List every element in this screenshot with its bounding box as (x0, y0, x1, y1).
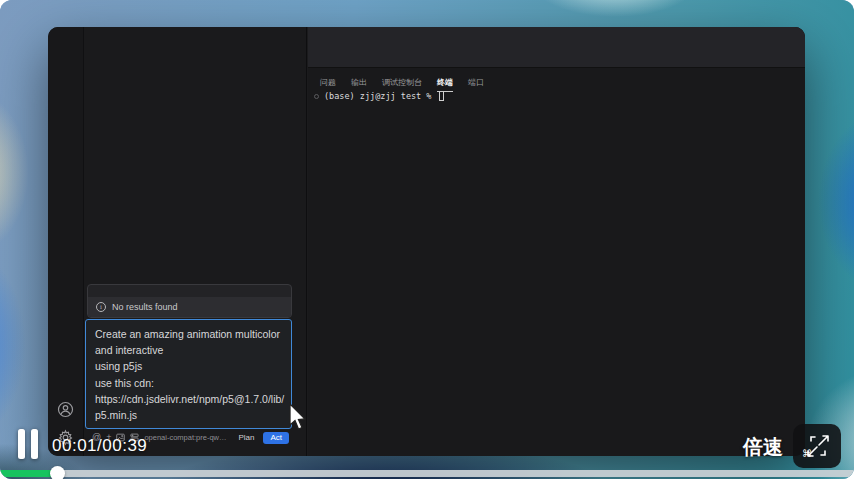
chat-input-line: Create an amazing animation multicolor (95, 326, 282, 342)
pause-button[interactable] (18, 429, 40, 459)
progress-bar[interactable] (0, 470, 854, 477)
editor-area (308, 27, 805, 68)
chat-input-line: https://cdn.jsdelivr.net/npm/p5@1.7.0/li… (95, 391, 282, 407)
activity-bar (48, 27, 84, 456)
editor-and-panel-region: 问题 输出 调试控制台 终端 端口 (base) zjj@zjj test % (308, 27, 805, 456)
tab-ports[interactable]: 端口 (468, 77, 484, 92)
panel-tab-bar: 问题 输出 调试控制台 终端 端口 (320, 77, 484, 92)
model-selector[interactable]: openai-compat:pre-qwen-next-coder-... (144, 433, 229, 442)
playback-speed-button[interactable]: 倍速 (743, 434, 783, 461)
account-icon[interactable] (57, 401, 74, 418)
chat-input-line: use this cdn: (95, 375, 282, 391)
chat-input[interactable]: Create an amazing animation multicolor a… (85, 319, 292, 429)
tab-terminal[interactable]: 终端 (437, 77, 453, 92)
tab-debug-console[interactable]: 调试控制台 (382, 77, 422, 92)
chat-sidebar: i No results found Create an amazing ani… (84, 27, 307, 456)
terminal[interactable]: (base) zjj@zjj test % (314, 91, 444, 101)
progress-handle[interactable] (50, 466, 65, 480)
terminal-prompt: (base) zjj@zjj test % (324, 91, 431, 101)
command-decoration-icon (314, 94, 319, 99)
context-suggestions-dropdown: i No results found (87, 284, 292, 318)
no-results-label: No results found (112, 302, 178, 312)
tab-problems[interactable]: 问题 (320, 77, 336, 92)
info-icon: i (96, 302, 106, 312)
chat-input-line: using p5js (95, 358, 282, 374)
vscode-window: i No results found Create an amazing ani… (48, 27, 805, 456)
fullscreen-button[interactable]: ⌘ (793, 424, 841, 468)
no-results-row: i No results found (88, 297, 291, 317)
plan-mode-button[interactable]: Plan (234, 432, 258, 443)
chat-input-line: and interactive (95, 342, 282, 358)
terminal-cursor (439, 91, 444, 101)
act-mode-button[interactable]: Act (263, 432, 289, 444)
progress-fill (0, 470, 57, 477)
tab-output[interactable]: 输出 (351, 77, 367, 92)
svg-text:⌘: ⌘ (802, 448, 812, 459)
chat-input-line: p5.min.js (95, 407, 282, 423)
video-player[interactable]: i No results found Create an amazing ani… (0, 0, 854, 479)
fullscreen-expand-icon: ⌘ (802, 433, 832, 459)
time-display: 00:01/00:39 (52, 436, 147, 456)
